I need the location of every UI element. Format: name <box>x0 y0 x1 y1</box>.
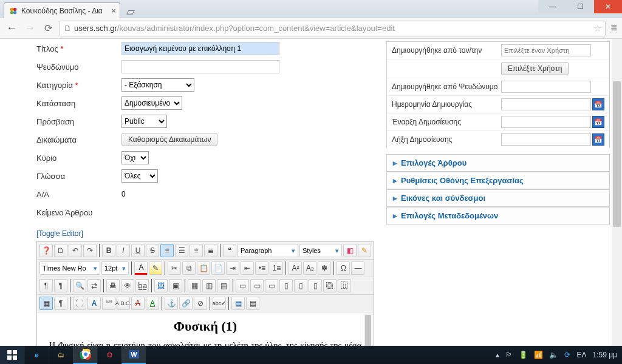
newdoc-icon[interactable]: 🗋 <box>54 244 67 257</box>
tray-clock[interactable]: 1:59 μμ <box>592 351 617 359</box>
accordion-edit-screen[interactable]: ▸Ρυθμίσεις Οθόνης Επεξεργασίας <box>387 172 609 189</box>
forward-button[interactable]: → <box>23 22 36 35</box>
window-maximize[interactable]: ☐ <box>566 0 594 13</box>
split-cells-icon[interactable]: ⿲ <box>338 279 351 292</box>
close-icon[interactable]: × <box>111 6 116 15</box>
tray-network-icon[interactable]: 📶 <box>534 351 543 359</box>
start-button[interactable] <box>0 346 24 364</box>
bold-button[interactable]: B <box>102 244 115 257</box>
table-col-icon[interactable]: ▤ <box>217 279 230 292</box>
select-access[interactable]: Public <box>121 115 167 128</box>
editor-scrollbar[interactable] <box>364 314 372 346</box>
address-bar[interactable]: 🗋 users.sch.gr /kouvas/administrator/ind… <box>60 21 606 36</box>
find-icon[interactable]: 🔍 <box>73 279 86 292</box>
accordion-article-options[interactable]: ▸Επιλογές Άρθρου <box>387 154 609 172</box>
preview-icon[interactable]: 👁 <box>121 279 134 292</box>
quote-icon[interactable]: ❝❞ <box>102 297 115 310</box>
tray-sync-icon[interactable]: ⟳ <box>564 351 570 359</box>
select-featured[interactable]: Όχι <box>121 151 149 164</box>
backcolor-button[interactable]: ✎ <box>149 261 162 275</box>
input-title[interactable] <box>121 42 279 55</box>
ins-icon[interactable]: A <box>146 297 159 310</box>
task-opera-icon[interactable]: O <box>97 346 121 364</box>
calendar-icon[interactable]: 📅 <box>592 133 604 146</box>
link-icon[interactable]: 🔗 <box>179 297 193 310</box>
cleanup-icon[interactable]: ✎ <box>358 244 371 257</box>
page-scrollbar[interactable] <box>612 39 622 346</box>
readmore-icon[interactable]: ▤ <box>231 297 245 310</box>
cut-icon[interactable]: ✂ <box>168 261 181 275</box>
row-before-icon[interactable]: ▭ <box>236 279 249 292</box>
permissions-button[interactable]: Καθορισμός Δικαιωμάτων <box>121 133 217 146</box>
blockquote-button[interactable]: ❝ <box>223 244 236 257</box>
fullscreen-icon[interactable]: ⛶ <box>73 297 86 310</box>
input-publish-down[interactable] <box>501 133 591 146</box>
replace-icon[interactable]: ⇄ <box>87 279 101 292</box>
merge-cells-icon[interactable]: ⿻ <box>323 279 337 292</box>
hr-icon[interactable]: — <box>351 261 364 275</box>
italic-button[interactable]: I <box>117 244 130 257</box>
help-icon[interactable]: ❓ <box>39 244 53 257</box>
task-chrome-icon[interactable] <box>73 346 97 364</box>
input-publish-up[interactable] <box>501 116 591 128</box>
align-justify-button[interactable]: ≣ <box>204 244 217 257</box>
task-ie-icon[interactable]: e <box>24 346 49 364</box>
select-user-button[interactable]: Επιλέξτε Χρήστη <box>501 62 569 75</box>
select-category[interactable]: - Εξάσκηση <box>121 78 194 92</box>
tray-flag-icon[interactable]: 🏳 <box>505 351 513 359</box>
tray-language[interactable]: ΕΛ <box>576 351 586 359</box>
accordion-images-links[interactable]: ▸Εικόνες και σύνδεσμοι <box>387 189 609 207</box>
select-language[interactable]: Όλες <box>121 169 158 183</box>
align-left-button[interactable]: ≡ <box>160 244 174 257</box>
task-word-icon[interactable]: W <box>121 346 146 364</box>
printer-icon[interactable]: 🖶 <box>106 279 120 292</box>
paste-icon[interactable]: 📋 <box>197 261 210 275</box>
task-explorer-icon[interactable]: 🗂 <box>49 346 73 364</box>
strike-button[interactable]: S <box>146 244 159 257</box>
input-created-by[interactable] <box>501 44 591 56</box>
row-after-icon[interactable]: ▭ <box>250 279 264 292</box>
superscript-button[interactable]: A² <box>289 261 302 275</box>
toggle-editor-link[interactable]: [Toggle Editor] <box>36 229 83 238</box>
styles-dropdown[interactable]: Styles <box>299 244 342 257</box>
show-para-icon[interactable]: ¶ <box>54 297 67 310</box>
eraser-icon[interactable]: ◧ <box>343 244 357 257</box>
outdent-icon[interactable]: ⇤ <box>241 261 254 275</box>
code-icon[interactable]: b̲a̲ <box>135 279 149 292</box>
table-icon[interactable]: ▦ <box>188 279 201 292</box>
bullet-list-icon[interactable]: •≡ <box>255 261 268 275</box>
para-rtl-icon[interactable]: ¶ <box>54 279 67 292</box>
window-close[interactable]: ✕ <box>594 0 622 13</box>
accordion-metadata[interactable]: ▸Επιλογές Μεταδεδομένων <box>387 207 609 224</box>
col-delete-icon[interactable]: ▯ <box>309 279 322 292</box>
tray-battery-icon[interactable]: 🔋 <box>519 351 528 359</box>
spellcheck-icon[interactable]: abc✔ <box>213 297 226 310</box>
col-after-icon[interactable]: ▯ <box>294 279 307 292</box>
table-row-icon[interactable]: ▥ <box>202 279 216 292</box>
pagebreak-icon[interactable]: ▤ <box>246 297 259 310</box>
tray-up-icon[interactable]: ▴ <box>496 351 499 359</box>
back-button[interactable]: ← <box>5 22 18 35</box>
browser-tab[interactable]: Κουκούδης Βασίλης - Δια × <box>4 2 120 18</box>
align-right-button[interactable]: ≡ <box>190 244 203 257</box>
bookmark-icon[interactable]: ☆ <box>593 23 601 34</box>
image-icon[interactable]: 🖼 <box>154 279 168 292</box>
unlink-icon[interactable]: ⊘ <box>194 297 207 310</box>
select-state[interactable]: Δημοσιευμένο <box>121 96 182 110</box>
del-icon[interactable]: A <box>131 297 145 310</box>
undo-icon[interactable]: ↶ <box>69 244 82 257</box>
align-center-button[interactable]: ☰ <box>175 244 188 257</box>
number-list-icon[interactable]: 1≡ <box>270 261 283 275</box>
anchor-icon[interactable]: ⚓ <box>165 297 178 310</box>
toggle-grid-icon[interactable]: ▦ <box>39 297 53 310</box>
underline-button[interactable]: U <box>131 244 145 257</box>
input-created-alias[interactable] <box>501 81 591 93</box>
row-delete-icon[interactable]: ▭ <box>265 279 278 292</box>
col-before-icon[interactable]: ▯ <box>279 279 293 292</box>
calendar-icon[interactable]: 📅 <box>592 116 604 128</box>
media-icon[interactable]: ▣ <box>169 279 182 292</box>
copy-icon[interactable]: ⧉ <box>182 261 196 275</box>
reload-button[interactable]: ⟳ <box>41 22 55 35</box>
font-dropdown[interactable]: Times New Ro <box>39 261 100 275</box>
abbr-icon[interactable]: A.B.C. <box>117 297 130 310</box>
